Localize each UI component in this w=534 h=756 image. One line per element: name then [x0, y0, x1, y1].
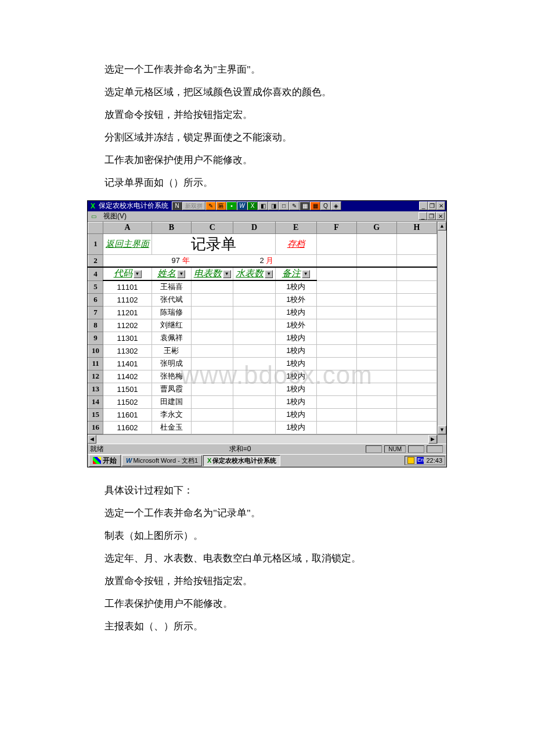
scroll-left-icon[interactable]: ◀ [88, 435, 96, 444]
volume-icon[interactable] [407, 457, 414, 464]
inner-close-button[interactable]: ✕ [436, 212, 445, 220]
spreadsheet-table[interactable]: A B C D E F G H 1 返回主界面 记录单 存档 2 97 年 [88, 222, 437, 434]
cell[interactable] [396, 332, 436, 344]
cell[interactable] [396, 344, 436, 357]
cell-code[interactable]: 11101 [103, 280, 152, 293]
cell-note[interactable]: 1校内 [275, 280, 316, 293]
cell-elec[interactable] [192, 344, 233, 357]
cell-code[interactable]: 11401 [103, 357, 152, 370]
cell-water[interactable] [233, 421, 275, 434]
cell-code[interactable]: 11602 [103, 421, 152, 434]
cell[interactable] [356, 293, 396, 306]
cell-note[interactable]: 1校内 [275, 370, 316, 383]
cell-water[interactable] [233, 332, 275, 344]
workbook-icon[interactable]: ▭ [89, 212, 98, 220]
filter-dropdown-icon[interactable]: ▼ [302, 270, 310, 278]
cell-name[interactable]: 张明成 [151, 357, 191, 370]
cell-elec[interactable] [192, 306, 233, 319]
tool-icon[interactable]: ◨ [268, 201, 279, 210]
cell[interactable] [356, 421, 396, 434]
cell-note[interactable]: 1校内 [275, 344, 316, 357]
cell-name[interactable]: 曹凤霞 [151, 383, 191, 395]
cell-name[interactable]: 杜金玉 [151, 421, 191, 434]
cell-code[interactable]: 11301 [103, 332, 152, 344]
cell-code[interactable]: 11502 [103, 395, 152, 408]
cell[interactable] [356, 332, 396, 344]
cell-water[interactable] [233, 306, 275, 319]
row-head[interactable]: 10 [88, 344, 103, 357]
cell[interactable] [316, 408, 356, 421]
inner-maximize-button[interactable]: ❐ [427, 212, 436, 220]
cell-water[interactable] [233, 319, 275, 332]
cell-water[interactable] [233, 408, 275, 421]
filter-dropdown-icon[interactable]: ▼ [177, 270, 185, 278]
col-head[interactable]: F [316, 222, 356, 233]
month-cell[interactable]: 2 月 [192, 254, 276, 267]
cell-water[interactable] [233, 280, 275, 293]
cell-code[interactable]: 11601 [103, 408, 152, 421]
cell[interactable] [356, 395, 396, 408]
row-head[interactable]: 6 [88, 293, 103, 306]
maximize-button[interactable]: ❐ [428, 201, 436, 210]
cell[interactable] [356, 254, 396, 267]
row-head[interactable]: 14 [88, 395, 103, 408]
cell[interactable] [396, 293, 436, 306]
cell[interactable] [396, 280, 436, 293]
cell-elec[interactable] [192, 280, 233, 293]
taskbar-item-word[interactable]: W Microsoft Word - 文档1 [122, 455, 202, 466]
cell-water[interactable] [233, 344, 275, 357]
vertical-scrollbar[interactable]: ▲ ▼ [437, 222, 446, 434]
tool-icon[interactable]: 匾 [216, 201, 226, 210]
col-head[interactable]: G [356, 222, 396, 233]
cell[interactable] [356, 319, 396, 332]
col-head[interactable]: A [103, 222, 152, 233]
tool-icon[interactable]: ▪ [226, 201, 237, 210]
col-head[interactable]: E [275, 222, 316, 233]
filter-note[interactable]: 备注▼ [275, 267, 316, 280]
cell[interactable] [275, 254, 316, 267]
row-head[interactable]: 13 [88, 383, 103, 395]
cell-elec[interactable] [192, 319, 233, 332]
cell[interactable] [316, 357, 356, 370]
cell-water[interactable] [233, 383, 275, 395]
cell[interactable] [356, 370, 396, 383]
cell-water[interactable] [233, 395, 275, 408]
cell-name[interactable]: 刘继红 [151, 319, 191, 332]
cell-water[interactable] [233, 370, 275, 383]
tool-icon[interactable]: Q [320, 201, 331, 210]
cell-elec[interactable] [192, 421, 233, 434]
cell-note[interactable]: 1校内 [275, 306, 316, 319]
archive-button[interactable]: 存档 [275, 233, 316, 254]
cell[interactable] [316, 421, 356, 434]
row-head[interactable]: 2 [88, 254, 103, 267]
cell[interactable] [356, 267, 396, 280]
tool-icon[interactable]: ▦ [300, 201, 310, 210]
cell[interactable] [396, 408, 436, 421]
excel-icon[interactable]: X [247, 201, 258, 210]
cell[interactable] [316, 306, 356, 319]
cell-name[interactable]: 张代斌 [151, 293, 191, 306]
ime-name[interactable]: 新双拼 [182, 201, 205, 210]
filter-dropdown-icon[interactable]: ▼ [223, 270, 231, 278]
cell-elec[interactable] [192, 383, 233, 395]
row-head[interactable]: 5 [88, 280, 103, 293]
cell-elec[interactable] [192, 293, 233, 306]
row-head[interactable]: 4 [88, 267, 103, 280]
row-head[interactable]: 15 [88, 408, 103, 421]
cell[interactable] [356, 233, 396, 254]
cell-note[interactable]: 1校外 [275, 319, 316, 332]
cell-elec[interactable] [192, 408, 233, 421]
col-head[interactable]: B [151, 222, 191, 233]
tool-icon[interactable]: ◈ [331, 201, 341, 210]
cell[interactable] [316, 344, 356, 357]
taskbar-item-excel[interactable]: X 保定农校水电计价系统 [203, 455, 280, 466]
col-head[interactable]: D [233, 222, 275, 233]
cell-note[interactable]: 1校内 [275, 383, 316, 395]
cell-name[interactable]: 田建国 [151, 395, 191, 408]
cell[interactable] [316, 383, 356, 395]
cell[interactable] [356, 306, 396, 319]
cell-code[interactable]: 11202 [103, 319, 152, 332]
cell-note[interactable]: 1校内 [275, 421, 316, 434]
return-main-button[interactable]: 返回主界面 [103, 233, 152, 254]
cell[interactable] [356, 280, 396, 293]
